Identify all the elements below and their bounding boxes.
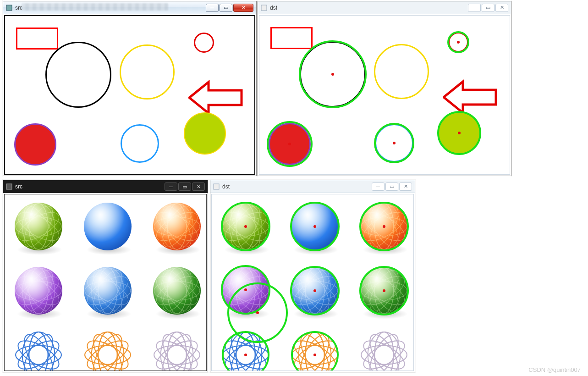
shape-circle-5 [184,112,226,155]
sphere-wire-overlay [360,331,408,371]
detected-center-7 [244,354,247,356]
svg-rect-67 [214,184,219,189]
sphere-highlight [15,267,62,315]
path-blur [22,3,168,11]
watermark-text: CSDN @quintin007 [528,366,581,373]
window-src1: src ─ ▭ ✕ [3,1,257,176]
maximize-button[interactable]: ▭ [178,182,191,191]
minimize-button[interactable]: ─ [372,182,385,191]
shape-circle-0 [45,42,111,108]
sphere-purple-mesh [15,267,62,315]
shape-circle-4 [121,124,159,163]
window-controls: ─ ▭ ✕ [468,4,508,12]
sphere-grey-wire [360,331,408,371]
titlebar-dst1[interactable]: dst ─ ▭ ✕ [258,1,511,14]
shape-rect [16,28,58,50]
sphere-green-gloss [153,267,201,315]
titlebar-src1[interactable]: src ─ ▭ ✕ [3,1,256,14]
sphere-blue-mesh [84,267,132,315]
shape-circle-3 [14,123,56,166]
shape-circle-1 [120,44,175,100]
minimize-button[interactable]: ─ [165,182,177,191]
shape-circle-1 [374,44,429,99]
sphere-orange-wire [84,331,132,371]
titlebar-dst2[interactable]: dst ─ ▭ ✕ [210,180,415,193]
window-controls: ─ ▭ ✕ [165,182,205,191]
minimize-button[interactable]: ─ [206,4,219,12]
svg-rect-0 [6,5,12,11]
detected-center-0 [244,225,247,228]
close-button[interactable]: ✕ [233,4,253,12]
app-icon [261,5,267,11]
detected-center-5 [383,289,385,292]
detected-center-4 [458,132,461,134]
client-src2 [4,194,207,371]
detected-center-1 [313,225,316,228]
shape-arrow-left [188,79,243,118]
app-icon [213,183,220,190]
window-src2: src ─ ▭ ✕ [3,180,208,372]
app-icon [6,183,12,190]
shape-rect [270,27,313,49]
app-icon [6,5,12,11]
sphere-green-net [15,203,62,250]
detected-center-3 [393,142,396,144]
window-dst2: dst ─ ▭ ✕ [210,180,415,372]
minimize-button[interactable]: ─ [468,4,481,12]
window-title: dst [222,183,230,190]
sphere-highlight [153,267,201,315]
detected-center-2 [288,143,291,145]
close-button[interactable]: ✕ [495,4,508,12]
svg-rect-1 [261,5,267,11]
shape-arrow-left [443,79,498,117]
window-controls: ─ ▭ ✕ [372,182,412,191]
detected-center-6 [256,311,259,314]
close-button[interactable]: ✕ [399,182,412,191]
sphere-blue-wire [15,331,62,371]
client-dst2 [211,194,414,371]
detected-center-1 [457,41,460,44]
sphere-grey-wire [153,331,201,371]
maximize-button[interactable]: ▭ [385,182,398,191]
sphere-wire-overlay [84,331,132,371]
sphere-wire-overlay [153,331,201,371]
sphere-highlight [84,267,132,315]
shape-circle-2 [194,33,214,53]
close-button[interactable]: ✕ [192,182,205,191]
client-dst1 [259,15,510,175]
detected-center-4 [313,289,316,292]
svg-rect-2 [6,184,12,189]
maximize-button[interactable]: ▭ [482,4,495,12]
maximize-button[interactable]: ▭ [220,4,232,12]
window-title: src [15,183,22,190]
detected-center-8 [313,354,316,356]
sphere-highlight [15,203,62,250]
sphere-wire-overlay [15,331,62,371]
client-src1 [4,15,255,175]
window-dst1: dst ─ ▭ ✕ [258,1,511,176]
titlebar-src2[interactable]: src ─ ▭ ✕ [3,180,208,193]
detected-center-0 [331,73,334,76]
detected-center-2 [383,225,385,228]
sphere-highlight [84,203,132,250]
sphere-highlight [153,203,201,250]
sphere-blue-gloss [84,203,132,250]
sphere-orange-net [153,203,201,250]
window-title: dst [270,5,277,11]
window-controls: ─ ▭ ✕ [206,4,253,12]
